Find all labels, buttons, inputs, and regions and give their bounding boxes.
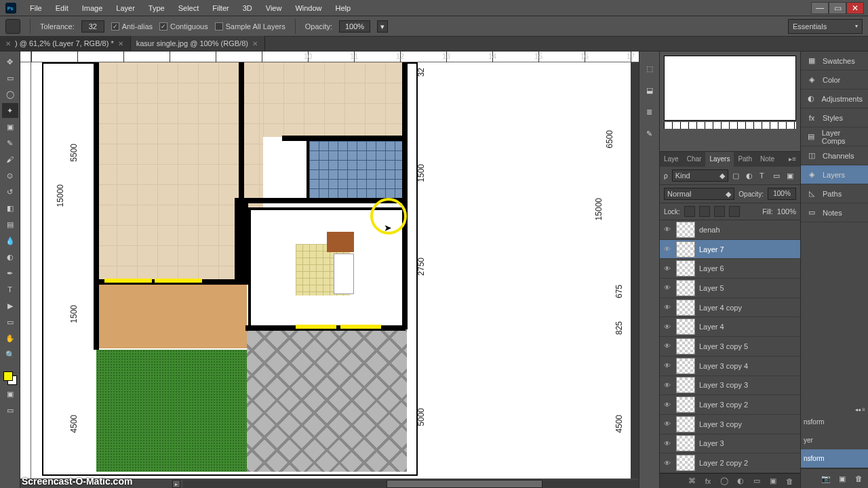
layer-name[interactable]: Layer 4 [699,323,724,331]
menu-layer[interactable]: Layer [109,0,142,16]
visibility-icon[interactable]: 👁 [663,420,672,429]
layer-row[interactable]: 👁Layer 3 copy 3 [660,376,800,396]
ruler-origin[interactable] [20,52,31,62]
workspace-switcher[interactable]: Essentials▾ [788,19,863,34]
ruler-vertical[interactable] [20,62,31,488]
panel-color[interactable]: ◈Color [801,70,868,89]
visibility-icon[interactable]: 👁 [663,283,672,293]
layer-thumbnail[interactable] [676,260,695,277]
scrollbar-horizontal[interactable] [183,480,639,488]
close-icon[interactable]: ✕ [5,40,11,47]
hand-tool-icon[interactable]: ✋ [2,331,18,346]
navigator-panel[interactable] [660,52,800,152]
layer-name[interactable]: Layer 3 copy [699,420,742,428]
menu-help[interactable]: Help [329,0,358,16]
layer-thumbnail[interactable] [676,338,695,354]
visibility-icon[interactable]: 👁 [663,303,672,312]
visibility-icon[interactable]: 👁 [663,264,672,273]
crop-tool-icon[interactable]: ▣ [2,119,18,134]
layer-row[interactable]: 👁Layer 6 [660,259,800,279]
layer-name[interactable]: Layer 3 copy 4 [699,362,748,370]
lock-pixels-icon[interactable] [699,206,710,217]
layer-thumbnail[interactable] [676,377,695,393]
group-icon[interactable]: ▭ [751,476,762,487]
lasso-tool-icon[interactable]: ◯ [2,87,18,102]
layer-row[interactable]: 👁Layer 3 [660,434,800,454]
marquee-tool-icon[interactable]: ▭ [2,70,18,85]
layer-thumbnail[interactable] [676,435,695,451]
contiguous-checkbox[interactable]: ✓Contiguous [159,22,208,30]
scrollbar-vertical[interactable] [631,62,639,479]
menu-file[interactable]: File [23,0,49,16]
link-layers-icon[interactable]: ⌘ [686,476,697,487]
filter-type-icon[interactable]: T [760,171,769,180]
visibility-icon[interactable]: 👁 [663,458,672,468]
tab-char[interactable]: Char [683,152,706,167]
layer-row[interactable]: 👁Layer 5 [660,279,800,298]
rectangle-tool-icon[interactable]: ▭ [2,314,18,329]
document-canvas[interactable]: ➤ 15000 5500 1500 4500 32 1500 2750 5000… [31,62,631,480]
layer-name[interactable]: Layer 4 copy [699,304,742,312]
layer-thumbnail[interactable] [676,396,695,413]
menu-select[interactable]: Select [172,0,206,16]
layer-name[interactable]: Layer 2 copy 2 [699,459,748,467]
panel-styles[interactable]: fxStyles [801,108,868,127]
filter-pixel-icon[interactable]: ▢ [732,171,742,180]
layer-thumbnail[interactable] [676,358,695,374]
tab-laye[interactable]: Laye [660,152,683,167]
filter-adjust-icon[interactable]: ◐ [746,171,755,180]
type-tool-icon[interactable]: T [2,282,18,297]
color-swatches[interactable] [3,371,17,385]
layer-name[interactable]: Layer 3 copy 3 [699,381,748,389]
histogram-icon[interactable]: ⬚ [642,61,657,76]
history-item[interactable]: yer [801,431,868,449]
opacity-dropdown[interactable]: ▾ [377,20,388,33]
panel-paths[interactable]: ◺Paths [801,184,868,203]
tab-note[interactable]: Note [756,152,778,167]
menu-type[interactable]: Type [142,0,172,16]
layer-name[interactable]: Layer 3 [699,439,724,447]
layer-row[interactable]: 👁Layer 3 copy 2 [660,395,800,415]
panel-channels[interactable]: ◫Channels [801,146,868,165]
magic-wand-tool-icon[interactable]: ✦ [2,103,18,118]
visibility-icon[interactable]: 👁 [663,400,672,409]
layer-fill-input[interactable]: 100% [777,207,796,216]
layer-opacity-input[interactable]: 100% [768,188,796,200]
layer-name[interactable]: denah [699,226,720,234]
visibility-icon[interactable]: 👁 [663,439,672,448]
filter-smart-icon[interactable]: ▣ [787,171,796,180]
layer-row[interactable]: 👁Layer 3 copy 5 [660,337,800,357]
new-snapshot-icon[interactable]: ▣ [837,473,848,484]
gradient-tool-icon[interactable]: ▤ [2,217,18,232]
panel-layers[interactable]: ◈Layers [801,165,868,184]
eraser-tool-icon[interactable]: ◧ [2,201,18,216]
menu-view[interactable]: View [259,0,289,16]
layer-name[interactable]: Layer 5 [699,284,724,292]
visibility-icon[interactable]: 👁 [663,322,672,331]
window-close[interactable]: ✕ [846,2,864,14]
layer-thumbnail[interactable] [676,319,695,335]
lock-position-icon[interactable] [714,206,725,217]
menu-edit[interactable]: Edit [49,0,75,16]
layer-row[interactable]: 👁Layer 4 copy [660,298,800,318]
move-tool-icon[interactable]: ✥ [2,54,18,69]
layer-row[interactable]: 👁Layer 4 [660,317,800,337]
history-item[interactable]: nsform [801,449,868,468]
zoom-tool-icon[interactable]: 🔍 [2,347,18,362]
opacity-input[interactable]: 100% [339,20,370,33]
layer-name[interactable]: Layer 3 copy 5 [699,342,748,350]
pen-tool-icon[interactable]: ✒ [2,266,18,281]
info-icon[interactable]: ⬓ [642,83,657,98]
menu-3d[interactable]: 3D [236,0,259,16]
close-icon[interactable]: ✕ [118,40,123,47]
layer-thumbnail[interactable] [676,222,695,238]
layer-row[interactable]: 👁Layer 2 copy 2 [660,453,800,473]
layer-name[interactable]: Layer 3 copy 2 [699,401,748,409]
visibility-icon[interactable]: 👁 [663,380,672,390]
ruler-horizontal[interactable]: 101112131415161718192 [31,52,639,62]
visibility-icon[interactable]: 👁 [663,361,672,371]
tab-layers[interactable]: Layers [705,152,734,167]
panel-notes[interactable]: ▭Notes [801,203,868,222]
brush-presets-icon[interactable]: ✎ [642,126,657,141]
close-icon[interactable]: ✕ [252,40,258,47]
